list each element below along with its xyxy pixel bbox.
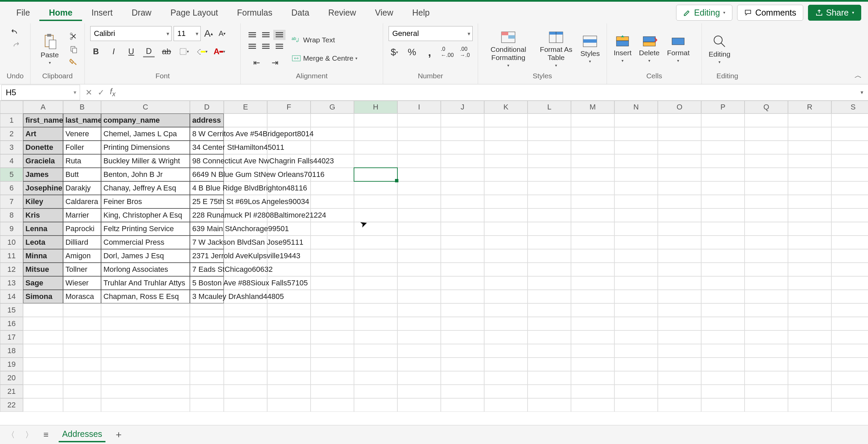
row-header-21[interactable]: 21	[0, 385, 23, 398]
cell-R4[interactable]	[788, 154, 831, 168]
cell-I10[interactable]	[397, 236, 441, 249]
cell-R10[interactable]	[788, 236, 831, 249]
cell-L12[interactable]	[528, 263, 571, 276]
cell-J20[interactable]	[441, 371, 484, 385]
cell-S10[interactable]	[831, 236, 868, 249]
cell-S6[interactable]	[831, 181, 868, 195]
cell-D20[interactable]	[190, 371, 224, 385]
cell-B3[interactable]: Foller	[63, 141, 101, 154]
menu-home[interactable]: Home	[39, 4, 82, 21]
cell-H10[interactable]	[354, 236, 397, 249]
cell-M7[interactable]	[571, 195, 614, 208]
cell-K10[interactable]	[484, 236, 528, 249]
cell-B11[interactable]: Amigon	[63, 249, 101, 263]
cell-H4[interactable]	[354, 154, 397, 168]
cell-D2[interactable]: 8 W Cerritos Ave #54Bridgeport8014	[190, 127, 224, 141]
cell-D3[interactable]: 34 Center StHamilton45011	[190, 141, 224, 154]
cell-D10[interactable]: 7 W Jackson BlvdSan Jose95111	[190, 236, 224, 249]
column-header-P[interactable]: P	[701, 101, 745, 114]
cell-P7[interactable]	[701, 195, 745, 208]
cell-R20[interactable]	[788, 371, 831, 385]
cell-E17[interactable]	[224, 330, 267, 344]
cell-M13[interactable]	[571, 276, 614, 290]
cell-A5[interactable]: James	[23, 168, 63, 181]
cell-N1[interactable]	[614, 114, 658, 127]
cell-R16[interactable]	[788, 317, 831, 330]
cell-P8[interactable]	[701, 208, 745, 222]
row-header-15[interactable]: 15	[0, 303, 23, 317]
cell-G17[interactable]	[311, 330, 354, 344]
cell-M22[interactable]	[571, 398, 614, 412]
cell-D21[interactable]	[190, 385, 224, 398]
cell-H1[interactable]	[354, 114, 397, 127]
select-all-corner[interactable]	[0, 101, 23, 114]
cell-E19[interactable]	[224, 358, 267, 371]
cell-J2[interactable]	[441, 127, 484, 141]
column-header-C[interactable]: C	[101, 101, 190, 114]
cell-M11[interactable]	[571, 249, 614, 263]
editing-mode-button[interactable]: Editing ▾	[676, 5, 732, 21]
cell-N8[interactable]	[614, 208, 658, 222]
cell-O22[interactable]	[658, 398, 701, 412]
cell-S15[interactable]	[831, 303, 868, 317]
font-color-button[interactable]: A▾	[214, 46, 225, 57]
cell-B2[interactable]: Venere	[63, 127, 101, 141]
cell-J1[interactable]	[441, 114, 484, 127]
align-top-left[interactable]	[246, 30, 258, 40]
cell-C2[interactable]: Chemel, James L Cpa	[101, 127, 190, 141]
cell-P16[interactable]	[701, 317, 745, 330]
cell-J8[interactable]	[441, 208, 484, 222]
cell-A18[interactable]	[23, 344, 63, 358]
cell-B13[interactable]: Wieser	[63, 276, 101, 290]
row-header-14[interactable]: 14	[0, 290, 23, 303]
cell-E20[interactable]	[224, 371, 267, 385]
row-header-16[interactable]: 16	[0, 317, 23, 330]
cell-L11[interactable]	[528, 249, 571, 263]
cell-B5[interactable]: Butt	[63, 168, 101, 181]
cell-B14[interactable]: Morasca	[63, 290, 101, 303]
cell-N10[interactable]	[614, 236, 658, 249]
cell-O18[interactable]	[658, 344, 701, 358]
cell-G6[interactable]	[311, 181, 354, 195]
cell-D8[interactable]: 228 Runamuck Pl #2808Baltimore21224	[190, 208, 224, 222]
cell-N16[interactable]	[614, 317, 658, 330]
cell-S2[interactable]	[831, 127, 868, 141]
cell-K5[interactable]	[484, 168, 528, 181]
cell-O1[interactable]	[658, 114, 701, 127]
bold-button[interactable]: B	[90, 46, 102, 57]
cell-A2[interactable]: Art	[23, 127, 63, 141]
cell-G10[interactable]	[311, 236, 354, 249]
cell-I18[interactable]	[397, 344, 441, 358]
cell-L6[interactable]	[528, 181, 571, 195]
cell-K16[interactable]	[484, 317, 528, 330]
cell-S14[interactable]	[831, 290, 868, 303]
cell-P18[interactable]	[701, 344, 745, 358]
cell-H2[interactable]	[354, 127, 397, 141]
cell-N19[interactable]	[614, 358, 658, 371]
double-underline-button[interactable]: D	[143, 46, 155, 57]
cell-I3[interactable]	[397, 141, 441, 154]
row-header-1[interactable]: 1	[0, 114, 23, 127]
cell-K15[interactable]	[484, 303, 528, 317]
add-sheet-button[interactable]: +	[116, 429, 122, 441]
cell-I21[interactable]	[397, 385, 441, 398]
cell-L21[interactable]	[528, 385, 571, 398]
cell-Q17[interactable]	[745, 330, 788, 344]
cell-G9[interactable]	[311, 222, 354, 236]
cell-J16[interactable]	[441, 317, 484, 330]
paste-button[interactable]: Paste ▾	[36, 32, 63, 66]
cell-E22[interactable]	[224, 398, 267, 412]
cell-S3[interactable]	[831, 141, 868, 154]
menu-review[interactable]: Review	[319, 4, 366, 21]
cell-M17[interactable]	[571, 330, 614, 344]
percent-button[interactable]: %	[406, 46, 418, 58]
row-header-5[interactable]: 5	[0, 168, 23, 181]
decrease-font-size-button[interactable]: A▾	[216, 28, 228, 39]
cell-H19[interactable]	[354, 358, 397, 371]
menu-view[interactable]: View	[366, 4, 403, 21]
cell-Q4[interactable]	[745, 154, 788, 168]
cell-G1[interactable]	[311, 114, 354, 127]
cell-K8[interactable]	[484, 208, 528, 222]
cell-S4[interactable]	[831, 154, 868, 168]
prev-sheet-button[interactable]: 〈	[7, 429, 15, 440]
